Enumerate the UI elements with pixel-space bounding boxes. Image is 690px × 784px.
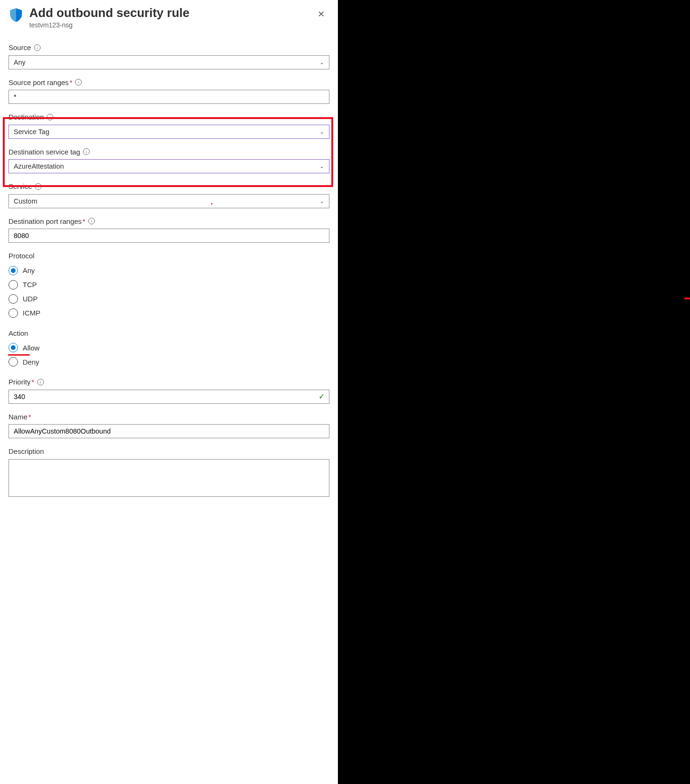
description-textarea[interactable] xyxy=(8,459,329,497)
field-name: Name* xyxy=(8,412,329,439)
close-icon: ✕ xyxy=(318,9,325,19)
info-icon[interactable]: i xyxy=(83,148,90,155)
action-label: Action xyxy=(8,329,28,338)
action-deny-label: Deny xyxy=(23,358,39,366)
annotation-edge-mark xyxy=(684,298,690,299)
source-select[interactable]: Any ⌄ xyxy=(8,55,329,69)
action-option-allow[interactable]: Allow xyxy=(8,341,329,355)
chevron-down-icon: ⌄ xyxy=(320,128,324,135)
action-option-deny[interactable]: Deny xyxy=(8,355,329,369)
field-description: Description xyxy=(8,447,329,498)
protocol-icmp-label: ICMP xyxy=(23,309,41,317)
name-label: Name* xyxy=(8,412,31,422)
shield-icon xyxy=(8,8,24,23)
action-allow-label: Allow xyxy=(23,344,40,352)
action-radio-group: Allow Deny xyxy=(8,341,329,369)
dest-port-input[interactable] xyxy=(8,229,329,243)
radio-icon xyxy=(8,294,18,304)
close-button[interactable]: ✕ xyxy=(312,6,329,23)
chevron-down-icon: ⌄ xyxy=(320,198,324,205)
chevron-down-icon: ⌄ xyxy=(320,59,324,66)
protocol-option-any[interactable]: Any xyxy=(8,264,329,278)
dest-service-tag-label: Destination service tag xyxy=(8,147,80,157)
source-port-label: Source port ranges* xyxy=(8,78,72,87)
dest-port-label: Destination port ranges* xyxy=(8,217,85,226)
radio-icon xyxy=(8,343,18,352)
panel-header: Add outbound security rule testvm123-nsg… xyxy=(0,0,338,34)
destination-label: Destination xyxy=(8,112,44,122)
info-icon[interactable]: i xyxy=(88,218,95,224)
radio-icon xyxy=(8,280,18,290)
protocol-udp-label: UDP xyxy=(23,295,38,303)
panel-subtitle: testvm123-nsg xyxy=(29,21,307,29)
radio-icon xyxy=(8,357,18,366)
field-action: Action Allow Deny xyxy=(8,329,329,369)
field-priority: Priority* i ✓ xyxy=(8,377,329,404)
info-icon[interactable]: i xyxy=(37,379,44,385)
info-icon[interactable]: i xyxy=(34,44,41,51)
rule-form: Source i Any ⌄ Source port ranges* i Des… xyxy=(0,34,338,502)
outbound-rule-panel: Add outbound security rule testvm123-nsg… xyxy=(0,0,338,784)
field-source-port-ranges: Source port ranges* i xyxy=(8,78,329,104)
field-service: Service i Custom ⌄ • xyxy=(8,182,329,208)
annotation-underline-action xyxy=(8,354,30,356)
validation-check-icon: ✓ xyxy=(319,392,325,401)
radio-icon xyxy=(8,266,18,275)
destination-value: Service Tag xyxy=(14,128,50,136)
field-dest-service-tag: Destination service tag i AzureAttestati… xyxy=(8,147,329,174)
description-label: Description xyxy=(8,447,44,456)
dest-service-tag-select[interactable]: AzureAttestation ⌄ xyxy=(8,159,329,173)
header-text: Add outbound security rule testvm123-nsg xyxy=(29,6,307,29)
panel-title: Add outbound security rule xyxy=(29,6,307,20)
dest-service-tag-value: AzureAttestation xyxy=(14,162,64,170)
service-label: Service xyxy=(8,182,32,191)
radio-icon xyxy=(8,308,18,318)
protocol-option-icmp[interactable]: ICMP xyxy=(8,306,329,320)
field-protocol: Protocol Any TCP UDP ICMP xyxy=(8,251,329,320)
protocol-tcp-label: TCP xyxy=(23,281,37,289)
field-dest-port-ranges: Destination port ranges* i xyxy=(8,217,329,243)
service-select[interactable]: Custom ⌄ • xyxy=(8,194,329,208)
protocol-label: Protocol xyxy=(8,251,34,261)
chevron-down-icon: ⌄ xyxy=(320,163,324,170)
source-label: Source xyxy=(8,43,31,52)
protocol-option-tcp[interactable]: TCP xyxy=(8,278,329,292)
field-source: Source i Any ⌄ xyxy=(8,43,329,69)
source-value: Any xyxy=(14,59,25,66)
field-destination: Destination i Service Tag ⌄ xyxy=(8,112,329,139)
annotation-dot: • xyxy=(211,201,213,206)
priority-input[interactable] xyxy=(8,390,329,404)
destination-select[interactable]: Service Tag ⌄ xyxy=(8,125,329,139)
source-port-input[interactable] xyxy=(8,90,329,104)
protocol-option-udp[interactable]: UDP xyxy=(8,292,329,306)
protocol-any-label: Any xyxy=(23,266,35,274)
protocol-radio-group: Any TCP UDP ICMP xyxy=(8,264,329,320)
info-icon[interactable]: i xyxy=(35,183,42,190)
name-input[interactable] xyxy=(8,424,329,438)
info-icon[interactable]: i xyxy=(47,114,53,120)
priority-label: Priority* xyxy=(8,377,34,387)
info-icon[interactable]: i xyxy=(75,79,82,85)
service-value: Custom xyxy=(14,197,37,205)
